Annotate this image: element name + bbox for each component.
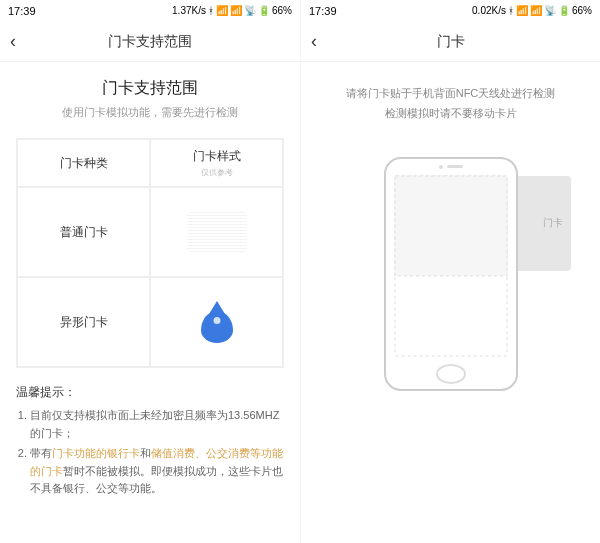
highlight-text: 门卡功能的银行卡 [52,447,140,459]
page-body: 门卡支持范围 使用门卡模拟功能，需要先进行检测 门卡种类 门卡样式 仅供参考 普… [0,62,300,517]
col-header-type: 门卡种类 [17,139,150,187]
signal-icon: 📶 [230,6,242,16]
svg-point-3 [439,165,443,169]
bluetooth-icon: ᚼ [208,6,214,16]
status-time: 17:39 [8,5,36,17]
page-body: 请将门卡贴于手机背面NFC天线处进行检测 检测模拟时请不要移动卡片 门卡 [301,62,600,420]
signal-icon: 📶 [530,6,542,16]
page-title: 门卡支持范围 [108,33,192,51]
instruction-line-1: 请将门卡贴于手机背面NFC天线处进行检测 [319,84,582,104]
status-bar: 17:39 0.02K/s ᚼ 📶 📶 📡 🔋 66% [301,0,600,22]
battery-pct: 66% [572,6,592,16]
tips-list: 目前仅支持模拟市面上未经加密且频率为13.56MHZ的门卡； 带有门卡功能的银行… [16,407,284,498]
card-support-table: 门卡种类 门卡样式 仅供参考 普通门卡 异形门卡 [16,138,284,368]
battery-pct: 66% [272,6,292,16]
page-title: 门卡 [437,33,465,51]
col-header-style-sub: 仅供参考 [201,167,233,178]
row-normal-card-label: 普通门卡 [17,187,150,277]
wifi-icon: 📡 [544,6,556,16]
table-header-row: 门卡种类 门卡样式 仅供参考 [17,139,283,187]
section-subtitle: 使用门卡模拟功能，需要先进行检测 [16,105,284,120]
status-time: 17:39 [309,5,337,17]
table-row: 普通门卡 [17,187,283,277]
phone-icon [381,154,521,394]
status-indicators: 1.37K/s ᚼ 📶 📶 📡 🔋 66% [172,6,292,16]
back-button[interactable]: ‹ [10,31,16,52]
status-netspeed: 0.02K/s [472,6,506,16]
table-row: 异形门卡 [17,277,283,367]
row-shaped-card-sample [150,277,283,367]
bluetooth-icon: ᚼ [508,6,514,16]
screen-card-detect: 17:39 0.02K/s ᚼ 📶 📶 📡 🔋 66% ‹ 门卡 请将门卡贴于手… [300,0,600,543]
status-bar: 17:39 1.37K/s ᚼ 📶 📶 📡 🔋 66% [0,0,300,22]
instruction-text: 请将门卡贴于手机背面NFC天线处进行检测 检测模拟时请不要移动卡片 [319,84,582,124]
status-netspeed: 1.37K/s [172,6,206,16]
app-header: ‹ 门卡支持范围 [0,22,300,62]
col-header-type-label: 门卡种类 [60,155,108,172]
battery-icon: 🔋 [558,6,570,16]
col-header-style: 门卡样式 仅供参考 [150,139,283,187]
card-sample-icon [187,212,247,252]
signal-icon: 📶 [216,6,228,16]
row-normal-card-sample [150,187,283,277]
tips-heading: 温馨提示： [16,384,284,401]
phone-illustration: 门卡 [381,154,521,398]
app-header: ‹ 门卡 [301,22,600,62]
tip-item: 带有门卡功能的银行卡和储值消费、公交消费等功能的门卡暂时不能被模拟。即便模拟成功… [30,445,284,498]
instruction-line-2: 检测模拟时请不要移动卡片 [319,104,582,124]
row-shaped-card-label: 异形门卡 [17,277,150,367]
screen-card-support: 17:39 1.37K/s ᚼ 📶 📶 📡 🔋 66% ‹ 门卡支持范围 门卡支… [0,0,300,543]
wifi-icon: 📡 [244,6,256,16]
col-header-style-label: 门卡样式 [193,148,241,165]
section-title: 门卡支持范围 [16,78,284,99]
tip-item: 目前仅支持模拟市面上未经加密且频率为13.56MHZ的门卡； [30,407,284,442]
svg-rect-4 [447,165,463,168]
keyfob-icon [199,301,235,343]
status-indicators: 0.02K/s ᚼ 📶 📶 📡 🔋 66% [472,6,592,16]
nfc-card-label: 门卡 [543,216,563,230]
svg-rect-2 [395,176,507,276]
signal-icon: 📶 [516,6,528,16]
back-button[interactable]: ‹ [311,31,317,52]
battery-icon: 🔋 [258,6,270,16]
